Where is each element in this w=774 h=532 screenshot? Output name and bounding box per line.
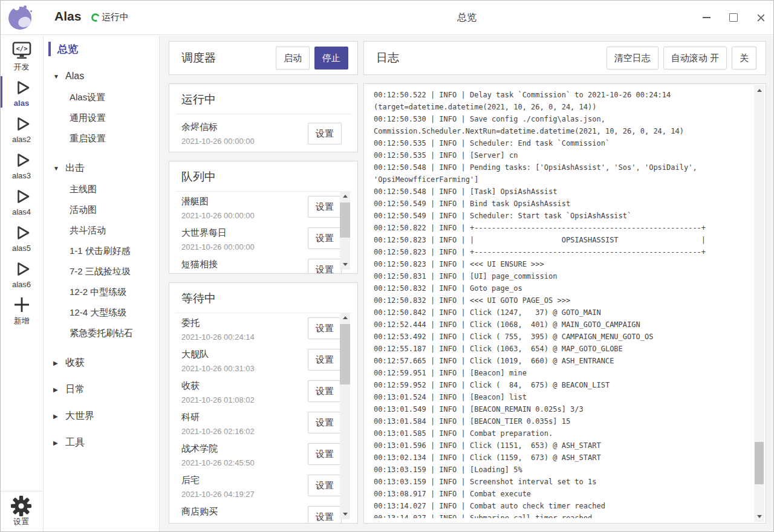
maximize-button[interactable] — [726, 10, 741, 25]
task-setting-button[interactable]: 设置 — [308, 349, 342, 371]
status-label: 运行中 — [102, 11, 129, 23]
log-line: 00:12:50.535 | INFO | [Server] cn — [374, 149, 749, 161]
nav-item[interactable]: 紧急委托刷钻石 — [44, 323, 159, 343]
rail-item-alas3[interactable]: alas3 — [0, 147, 43, 183]
scrollbar-thumb[interactable] — [340, 324, 350, 384]
task-next-run-time: 2021-10-26 02:16:02 — [181, 427, 308, 436]
close-button[interactable] — [753, 10, 768, 25]
main-area: 调度器 启动 停止 运行中 余烬信标 2021-10-26 00:00:00 设… — [160, 36, 774, 532]
rail-item-label: alas — [14, 99, 29, 108]
log-line: 00:12:53.492 | INFO | Click ( 755, 395) … — [374, 331, 749, 343]
scheduler-title: 调度器 — [181, 50, 276, 66]
task-setting-button[interactable]: 设置 — [308, 123, 342, 144]
scroll-up-icon[interactable] — [340, 313, 350, 323]
task-name: 商店购买 — [181, 506, 308, 517]
queue-scrollbar[interactable] — [340, 191, 350, 270]
task-setting-button[interactable]: 设置 — [308, 475, 342, 496]
task-setting-button[interactable]: 设置 — [308, 506, 342, 523]
chevron-icon: ▼ — [53, 165, 65, 172]
play-icon — [11, 222, 32, 243]
autoscroll-toggle-button[interactable]: 自动滚动 开 — [663, 47, 727, 70]
nav-item[interactable]: 12-2 中型练级 — [44, 282, 159, 302]
rail-item-alas2[interactable]: alas2 — [0, 111, 43, 147]
rail-item-label: 开发 — [14, 62, 30, 73]
nav-item-overview[interactable]: 总览 — [44, 41, 159, 57]
log-output[interactable]: 00:12:50.522 | INFO | Delay task `Commis… — [374, 89, 749, 518]
log-panel-header: 日志 清空日志 自动滚动 开 关 — [363, 41, 766, 75]
queue-title: 队列中 — [169, 161, 357, 191]
log-line: (target=datetime.datetime(2021, 10, 26, … — [374, 101, 749, 113]
rail-item-add[interactable]: 新增 — [0, 292, 43, 328]
nav-item[interactable]: 12-4 大型练级 — [44, 302, 159, 323]
rail-item-alas4[interactable]: alas4 — [0, 183, 43, 219]
page-title: 总览 — [457, 11, 476, 24]
nav-group-header[interactable]: ▶ 收获 — [44, 355, 159, 370]
start-button[interactable]: 启动 — [276, 47, 310, 70]
maximize-icon — [729, 13, 738, 22]
scroll-up-icon[interactable] — [340, 191, 350, 201]
nav-group-header[interactable]: ▶ 大世界 — [44, 409, 159, 423]
running-spinner-icon — [90, 12, 101, 23]
nav-item[interactable]: 活动图 — [44, 199, 159, 220]
nav-group-label: 日常 — [65, 383, 85, 396]
waiting-title: 等待中 — [169, 283, 357, 313]
nav-group-label: 大世界 — [65, 410, 94, 423]
log-line: 00:13:02.134 | INFO | Click (1159, 673) … — [374, 452, 749, 464]
running-card: 运行中 余烬信标 2021-10-26 00:00:00 设置 — [169, 83, 358, 152]
minimize-button[interactable] — [699, 10, 714, 25]
rail-item-alas6[interactable]: alas6 — [0, 256, 43, 292]
scroll-down-icon[interactable] — [754, 511, 764, 522]
nav-group-大世界: ▶ 大世界 — [44, 409, 159, 423]
scroll-up-icon[interactable] — [754, 85, 764, 96]
log-line: 00:13:01.596 | INFO | Click (1151, 653) … — [374, 440, 749, 452]
nav-group-label: 出击 — [65, 162, 85, 175]
log-line: 00:12:57.665 | INFO | Click (1019, 660) … — [374, 355, 749, 367]
clear-log-button[interactable]: 清空日志 — [607, 47, 659, 70]
stop-button[interactable]: 停止 — [314, 47, 348, 70]
nav-group-header[interactable]: ▼ 出击 — [44, 161, 159, 175]
rail-item-alas5[interactable]: alas5 — [0, 219, 43, 256]
task-setting-button[interactable]: 设置 — [308, 380, 342, 402]
task-setting-button[interactable]: 设置 — [308, 317, 342, 339]
task-setting-button[interactable]: 设置 — [308, 259, 342, 273]
nav-group-收获: ▶ 收获 — [44, 355, 159, 370]
play-icon — [11, 259, 32, 279]
scrollbar-thumb[interactable] — [340, 203, 350, 238]
rail-item-label: alas5 — [12, 244, 31, 253]
nav-item[interactable]: Alas设置 — [44, 87, 159, 108]
autoscroll-off-button[interactable]: 关 — [732, 47, 756, 70]
play-icon — [11, 150, 32, 170]
nav-item[interactable]: 重启设置 — [44, 128, 159, 149]
nav-item[interactable]: 共斗活动 — [44, 220, 159, 241]
task-setting-button[interactable]: 设置 — [308, 227, 342, 249]
nav-item[interactable]: 7-2 三战捡垃圾 — [44, 261, 159, 282]
nav-group-label: 工具 — [65, 436, 85, 449]
scrollbar-thumb[interactable] — [755, 442, 764, 484]
log-line: 00:12:50.823 | INFO | <<< UI ENSURE >>> — [374, 258, 749, 270]
rail-item-dev[interactable]: </> 开发 — [0, 38, 43, 74]
log-line: 00:12:50.823 | INFO | +-----------------… — [374, 246, 749, 258]
nav-item[interactable]: 1-1 伏击刷好感 — [44, 241, 159, 261]
chevron-icon: ▶ — [53, 386, 65, 393]
nav-group-header[interactable]: ▼ Alas — [44, 69, 159, 83]
scroll-down-icon[interactable] — [340, 509, 350, 519]
settings-button[interactable]: 设置 — [0, 491, 42, 532]
nav-item[interactable]: 通用设置 — [44, 108, 159, 128]
task-setting-button[interactable]: 设置 — [308, 443, 342, 465]
scroll-down-icon[interactable] — [340, 259, 350, 270]
nav-group-header[interactable]: ▶ 工具 — [44, 435, 159, 450]
nav-group-Alas: ▼ Alas Alas设置通用设置重启设置 — [44, 69, 159, 149]
waiting-scrollbar[interactable] — [340, 313, 350, 519]
task-name: 科研 — [181, 412, 308, 423]
log-scrollbar[interactable] — [754, 85, 764, 522]
rail-item-alas[interactable]: alas — [0, 74, 43, 111]
log-line: 00:12:50.530 | INFO | Save config ./conf… — [374, 113, 749, 125]
task-name: 余烬信标 — [181, 122, 308, 133]
task-name: 委托 — [181, 317, 308, 329]
task-setting-button[interactable]: 设置 — [308, 412, 342, 433]
app-title: Alas — [54, 9, 81, 24]
nav-item[interactable]: 主线图 — [44, 179, 159, 199]
nav-group-header[interactable]: ▶ 日常 — [44, 382, 159, 397]
nav-group-label: Alas — [65, 71, 84, 82]
task-setting-button[interactable]: 设置 — [308, 196, 342, 218]
